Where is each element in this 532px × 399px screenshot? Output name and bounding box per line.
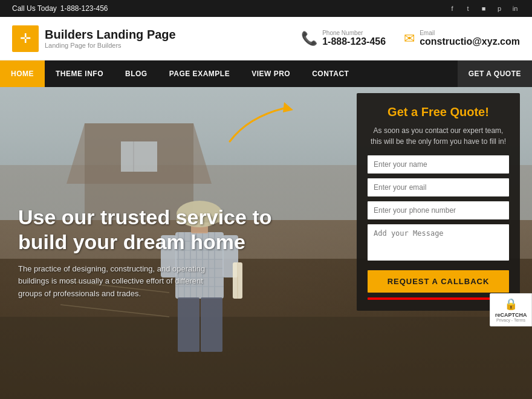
hero-headline: Use our trusted service to build your dr… xyxy=(18,205,272,255)
logo-icon: ✛ xyxy=(12,25,39,52)
hero-section: Use our trusted service to build your dr… xyxy=(0,87,532,399)
email-info: Email constructio@xyz.com xyxy=(420,30,520,47)
pinterest-icon[interactable]: p xyxy=(495,4,504,13)
phone-contact: 📞 Phone Number 1-888-123-456 xyxy=(301,30,386,47)
form-progress-bar xyxy=(368,297,509,300)
linkedin-icon[interactable]: in xyxy=(510,4,520,13)
nav-get-quote[interactable]: GET A QUOTE xyxy=(458,60,532,87)
site-tagline: Landing Page for Builders xyxy=(45,42,176,49)
twitter-icon[interactable]: t xyxy=(463,4,473,13)
quote-form-subtitle: As soon as you contact our expert team, … xyxy=(368,125,509,147)
social-links: f t ■ p in xyxy=(447,4,520,13)
top-bar-contact: Call Us Today 1-888-123-456 xyxy=(12,4,108,13)
facebook-icon[interactable]: f xyxy=(447,4,457,13)
name-input[interactable] xyxy=(368,155,509,174)
top-bar: Call Us Today 1-888-123-456 f t ■ p in xyxy=(0,0,532,17)
recaptcha-badge: 🔒 reCAPTCHA Privacy - Terms xyxy=(490,293,532,326)
email-input[interactable] xyxy=(368,178,509,196)
site-header: ✛ Builders Landing Page Landing Page for… xyxy=(0,17,532,60)
header-email: constructio@xyz.com xyxy=(420,36,520,47)
logo-text: Builders Landing Page Landing Page for B… xyxy=(45,28,176,49)
top-phone: 1-888-123-456 xyxy=(60,4,108,13)
header-contacts: 📞 Phone Number 1-888-123-456 ✉ Email con… xyxy=(301,30,520,47)
site-name: Builders Landing Page xyxy=(45,28,176,42)
hero-description: The practice of designing, constructing,… xyxy=(18,262,212,300)
nav-home[interactable]: HOME xyxy=(0,60,45,87)
main-nav: HOME THEME INFO BLOG PAGE EXAMPLE VIEW P… xyxy=(0,60,532,87)
hero-text-area: Use our trusted service to build your dr… xyxy=(18,205,272,300)
email-icon: ✉ xyxy=(404,31,415,47)
nav-page-example[interactable]: PAGE EXAMPLE xyxy=(158,60,241,87)
nav-theme-info[interactable]: THEME INFO xyxy=(45,60,114,87)
instagram-icon[interactable]: ■ xyxy=(479,4,488,13)
quote-form-title: Get a Free Quote! xyxy=(368,105,509,119)
callback-button[interactable]: REQUEST A CALLBACK xyxy=(368,270,509,293)
phone-label: Phone Number xyxy=(322,30,386,36)
quote-form: Get a Free Quote! As soon as you contact… xyxy=(357,93,520,311)
nav-blog[interactable]: BLOG xyxy=(114,60,158,87)
recaptcha-logo: 🔒 xyxy=(495,297,527,311)
phone-info: Phone Number 1-888-123-456 xyxy=(322,30,386,47)
call-label: Call Us Today xyxy=(12,4,57,13)
email-contact: ✉ Email constructio@xyz.com xyxy=(404,30,520,47)
phone-input[interactable] xyxy=(368,201,509,219)
phone-icon: 📞 xyxy=(301,31,317,47)
nav-view-pro[interactable]: VIEW PRO xyxy=(241,60,301,87)
logo-area[interactable]: ✛ Builders Landing Page Landing Page for… xyxy=(12,25,176,52)
recaptcha-subtext: Privacy - Terms xyxy=(495,318,527,322)
recaptcha-text: reCAPTCHA xyxy=(495,312,527,318)
header-phone: 1-888-123-456 xyxy=(322,36,386,47)
message-input[interactable] xyxy=(368,224,509,261)
email-label: Email xyxy=(420,30,520,36)
nav-contact[interactable]: CONTACT xyxy=(301,60,360,87)
